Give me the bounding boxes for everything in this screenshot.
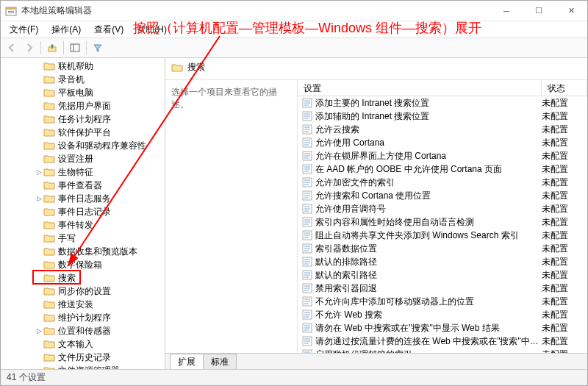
menubar: 文件(F) 操作(A) 查看(V) 帮助(H)	[1, 21, 587, 37]
maximize-button[interactable]: ☐	[523, 1, 555, 21]
tree-item[interactable]: 手写	[1, 232, 165, 245]
setting-icon	[302, 177, 312, 187]
tree-item-label: 数字保险箱	[58, 259, 102, 271]
setting-label: 添加主要的 Intranet 搜索位置	[315, 97, 542, 110]
tree-item[interactable]: ▷位置和传感器	[1, 324, 165, 337]
tree-item[interactable]: 同步你的设置	[1, 285, 165, 298]
tree-expand-icon[interactable]: ▷	[35, 327, 43, 335]
tree-item[interactable]: 事件查看器	[1, 179, 165, 192]
tree-item[interactable]: 文本输入	[1, 337, 165, 351]
settings-row[interactable]: 默认的索引路径未配置	[298, 268, 587, 282]
tree-item[interactable]: 数据收集和预览版本	[1, 245, 165, 258]
statusbar: 41 个设置	[1, 369, 587, 385]
setting-label: 允许加密文件的索引	[315, 176, 542, 189]
folder-icon	[43, 140, 55, 151]
folder-icon	[43, 260, 55, 270]
tree-item[interactable]: 凭据用户界面	[1, 99, 165, 112]
tree-item[interactable]: 平板电脑	[1, 86, 165, 99]
tree-item[interactable]: 事件转发	[1, 218, 165, 232]
setting-icon	[302, 111, 312, 121]
tree-item[interactable]: 维护计划程序	[1, 311, 165, 324]
settings-row[interactable]: 索引器数据位置未配置	[298, 242, 587, 255]
tree-item[interactable]: 事件日志记录	[1, 205, 165, 218]
close-button[interactable]: ✕	[555, 1, 587, 21]
settings-row[interactable]: 不允许 Web 搜索未配置	[298, 308, 587, 321]
menu-action[interactable]: 操作(A)	[46, 22, 87, 37]
tree-item[interactable]: 推送安装	[1, 298, 165, 311]
menu-file[interactable]: 文件(F)	[4, 22, 44, 37]
setting-state: 未配置	[542, 229, 587, 242]
settings-row[interactable]: 阻止自动将共享文件夹添加到 Windows Search 索引未配置	[298, 229, 587, 242]
settings-row[interactable]: 添加辅助的 Intranet 搜索位置未配置	[298, 110, 587, 123]
settings-list-body[interactable]: 添加主要的 Intranet 搜索位置未配置添加辅助的 Intranet 搜索位…	[298, 96, 587, 353]
setting-state: 未配置	[542, 282, 587, 295]
menu-help[interactable]: 帮助(H)	[131, 22, 173, 37]
tree-item-label: 生物特征	[58, 166, 93, 179]
setting-icon	[302, 243, 312, 254]
tab-extended[interactable]: 扩展	[170, 354, 204, 370]
settings-row[interactable]: 不允许向库中添加可移动驱动器上的位置未配置	[298, 295, 587, 308]
settings-row[interactable]: 请勿在 Web 中搜索或在"搜索"中显示 Web 结果未配置	[298, 321, 587, 335]
setting-icon	[302, 98, 312, 108]
setting-label: 索引器数据位置	[315, 243, 542, 255]
tree-item[interactable]: ▷事件日志服务	[1, 192, 165, 205]
tree-item[interactable]: 设置注册	[1, 152, 165, 165]
details-split: 选择一个项目来查看它的描述。 设置 状态 添加主要的 Intranet 搜索位置…	[165, 80, 587, 353]
tree-item[interactable]: 软件保护平台	[1, 126, 165, 139]
tree-item[interactable]: 联机帮助	[1, 60, 165, 73]
tree-expand-icon[interactable]: ▷	[35, 168, 43, 176]
folder-icon	[43, 207, 55, 217]
settings-row[interactable]: 允许使用音调符号未配置	[298, 202, 587, 215]
tree-pane[interactable]: 联机帮助录音机平板电脑凭据用户界面任务计划程序软件保护平台设备和驱动程序兼容性设…	[1, 58, 165, 369]
settings-row[interactable]: 在 AAD 帐户的 OOBE 中允许使用 Cortana 页面未配置	[298, 162, 587, 176]
settings-row[interactable]: 允许云搜索未配置	[298, 123, 587, 136]
setting-label: 默认的索引路径	[315, 269, 542, 282]
setting-icon	[302, 137, 312, 148]
tree-item[interactable]: 搜索	[1, 271, 165, 285]
settings-row[interactable]: 启用联机代理邮箱的索引未配置	[298, 348, 587, 353]
settings-row[interactable]: 默认的排除路径未配置	[298, 255, 587, 268]
settings-row[interactable]: 禁用索引器回退未配置	[298, 282, 587, 295]
setting-icon	[302, 204, 312, 214]
settings-row[interactable]: 允许搜索和 Cortana 使用位置未配置	[298, 189, 587, 202]
tree-item[interactable]: 文件历史记录	[1, 351, 165, 364]
settings-row[interactable]: 允许在锁屏界面上方使用 Cortana未配置	[298, 149, 587, 162]
folder-icon	[43, 299, 55, 310]
settings-row[interactable]: 请勿通过按流量计费的连接在 Web 中搜索或在"搜索"中显…未配置	[298, 335, 587, 348]
folder-icon	[43, 167, 55, 177]
folder-icon	[43, 193, 55, 204]
tree-item[interactable]: 设备和驱动程序兼容性	[1, 139, 165, 152]
setting-state: 未配置	[542, 190, 587, 202]
folder-icon	[43, 246, 55, 257]
settings-row[interactable]: 添加主要的 Intranet 搜索位置未配置	[298, 96, 587, 110]
folder-icon	[43, 326, 55, 336]
tree-item-label: 平板电脑	[58, 87, 93, 99]
folder-icon	[43, 352, 55, 362]
svg-rect-3	[8, 12, 14, 13]
settings-row[interactable]: 允许加密文件的索引未配置	[298, 176, 587, 189]
tree-item[interactable]: 录音机	[1, 73, 165, 86]
column-setting[interactable]: 设置	[298, 80, 542, 96]
setting-icon	[302, 270, 312, 280]
nav-back-button[interactable]	[4, 40, 20, 56]
tree-expand-icon[interactable]: ▷	[35, 195, 43, 202]
filter-button[interactable]	[90, 40, 106, 56]
settings-row[interactable]: 允许使用 Cortana未配置	[298, 136, 587, 149]
column-state[interactable]: 状态	[542, 80, 587, 96]
tab-standard[interactable]: 标准	[203, 354, 237, 370]
folder-icon	[43, 61, 55, 71]
menu-view[interactable]: 查看(V)	[88, 22, 129, 37]
tree-item[interactable]: 文件资源管理器	[1, 364, 165, 369]
show-hide-tree-button[interactable]	[67, 40, 83, 56]
up-level-button[interactable]	[44, 40, 60, 56]
settings-row[interactable]: 索引内容和属性时始终使用自动语言检测未配置	[298, 215, 587, 229]
tree-item[interactable]: 任务计划程序	[1, 112, 165, 126]
tree-item[interactable]: ▷生物特征	[1, 165, 165, 179]
tree-item-label: 事件转发	[58, 219, 93, 232]
nav-forward-button[interactable]	[21, 40, 37, 56]
minimize-button[interactable]: ─	[490, 1, 523, 21]
tree-item[interactable]: 数字保险箱	[1, 258, 165, 271]
tree: 联机帮助录音机平板电脑凭据用户界面任务计划程序软件保护平台设备和驱动程序兼容性设…	[1, 58, 165, 369]
setting-label: 允许在锁屏界面上方使用 Cortana	[315, 150, 542, 162]
setting-icon	[302, 296, 312, 307]
